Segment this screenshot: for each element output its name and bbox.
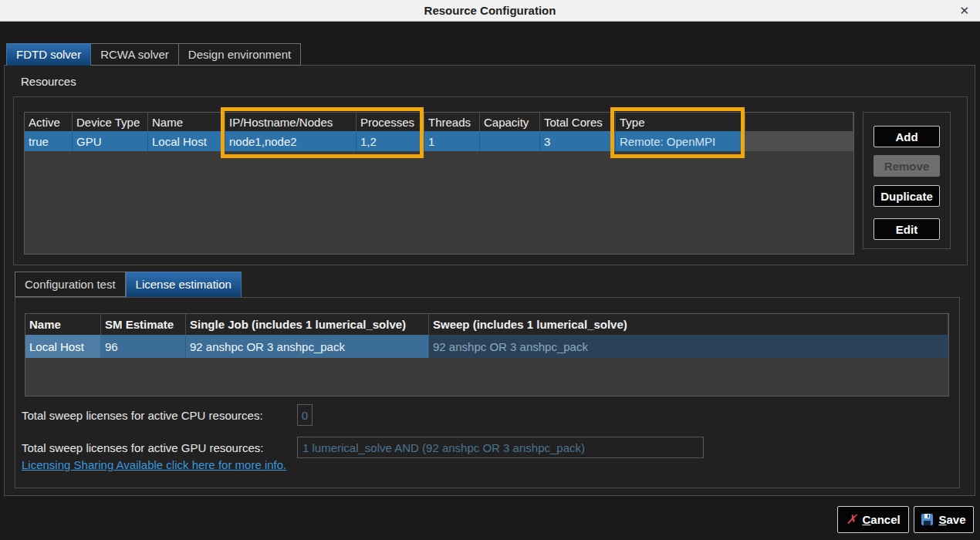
cancel-button[interactable]: ✗ Cancel — [837, 506, 909, 533]
resource-configuration-dialog: Resource Configuration ✕ FDTD solver RCW… — [0, 0, 980, 540]
col-single-job[interactable]: Single Job (includes 1 lumerical_solve) — [186, 314, 429, 335]
header-filler — [745, 113, 853, 131]
col-capacity[interactable]: Capacity — [480, 113, 540, 131]
tab-license-estimation[interactable]: License estimation — [126, 272, 242, 297]
add-button[interactable]: Add — [874, 126, 940, 147]
row-filler — [745, 131, 853, 151]
license-table: Name SM Estimate Single Job (includes 1 … — [25, 313, 949, 397]
dialog-title: Resource Configuration — [0, 0, 980, 22]
cell-capacity — [480, 131, 540, 151]
highlight-box-type — [610, 107, 745, 158]
cell-name: Local Host — [148, 131, 225, 151]
test-tab-bar: Configuration test License estimation — [15, 272, 242, 297]
tab-fdtd-solver[interactable]: FDTD solver — [6, 43, 91, 66]
license-table-header: Name SM Estimate Single Job (includes 1 … — [25, 314, 948, 335]
save-floppy-icon — [921, 514, 933, 525]
save-label: Save — [938, 513, 965, 526]
cell-device-type: GPU — [73, 131, 148, 151]
cpu-licenses-label: Total sweep licenses for active CPU reso… — [22, 409, 263, 422]
edit-button[interactable]: Edit — [874, 218, 940, 240]
license-estimation-pane: Name SM Estimate Single Job (includes 1 … — [15, 297, 960, 488]
gpu-licenses-label: Total sweep licenses for active GPU reso… — [22, 441, 263, 454]
cancel-label: Cancel — [863, 513, 901, 526]
titlebar: Resource Configuration ✕ — [0, 0, 980, 22]
cell-lic-name: Local Host — [25, 335, 101, 358]
col-active[interactable]: Active — [25, 113, 73, 131]
col-total-cores[interactable]: Total Cores — [540, 113, 616, 131]
cell-threads: 1 — [424, 131, 480, 151]
col-name[interactable]: Name — [148, 113, 225, 131]
cell-sm-estimate: 96 — [101, 335, 186, 358]
gpu-licenses-field: 1 lumerical_solve AND (92 anshpc OR 3 an… — [297, 437, 704, 458]
cell-sweep: 92 anshpc OR 3 anshpc_pack — [429, 335, 948, 358]
col-sweep[interactable]: Sweep (includes 1 lumerical_solve) — [429, 314, 948, 335]
cell-active: true — [25, 131, 73, 151]
tab-design-environment[interactable]: Design environment — [179, 43, 301, 66]
remove-button: Remove — [874, 155, 940, 177]
gpu-licenses-row: Total sweep licenses for active GPU reso… — [22, 437, 948, 458]
col-threads[interactable]: Threads — [424, 113, 480, 131]
highlight-box-ip-processes — [221, 107, 424, 158]
col-device-type[interactable]: Device Type — [73, 113, 148, 131]
resources-group-label: Resources — [21, 75, 76, 88]
cell-total-cores: 3 — [540, 131, 616, 151]
save-button[interactable]: Save — [914, 506, 974, 533]
cell-single-job: 92 anshpc OR 3 anshpc_pack — [186, 335, 429, 358]
duplicate-button[interactable]: Duplicate — [874, 185, 940, 207]
col-sm-estimate[interactable]: SM Estimate — [101, 314, 186, 335]
solver-tab-bar: FDTD solver RCWA solver Design environme… — [6, 43, 301, 66]
fdtd-solver-pane: Resources Active Device Type Name IP/Hos… — [4, 65, 975, 496]
col-lic-name[interactable]: Name — [25, 314, 101, 335]
close-icon[interactable]: ✕ — [959, 0, 969, 22]
cpu-licenses-row: Total sweep licenses for active CPU reso… — [22, 404, 948, 426]
tab-rcwa-solver[interactable]: RCWA solver — [91, 43, 179, 66]
license-row[interactable]: Local Host 96 92 anshpc OR 3 anshpc_pack… — [25, 335, 948, 358]
license-sharing-link[interactable]: Licensing Sharing Available click here f… — [22, 458, 286, 471]
resource-buttons-panel: Add Remove Duplicate Edit — [863, 112, 951, 249]
cancel-x-icon: ✗ — [846, 513, 857, 526]
cpu-licenses-field: 0 — [297, 404, 313, 426]
tab-configuration-test[interactable]: Configuration test — [15, 272, 126, 297]
